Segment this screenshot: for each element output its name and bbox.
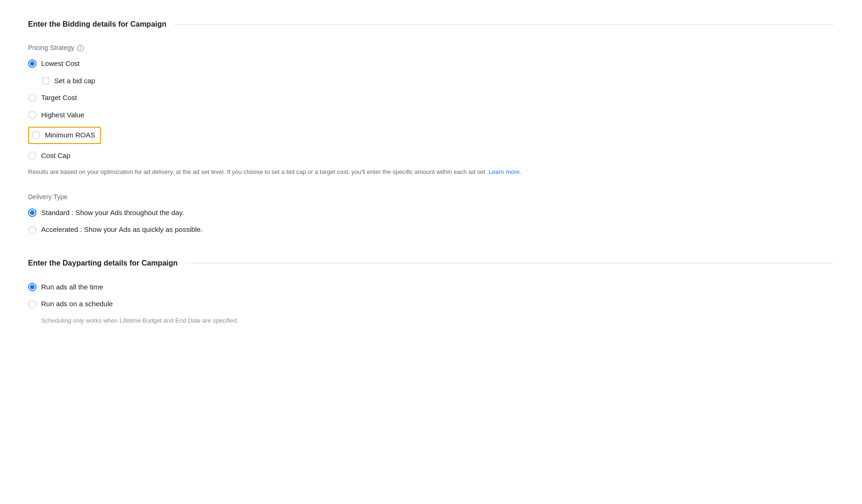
radio-run-schedule[interactable] [28,300,36,309]
dayparting-section-divider [185,263,834,263]
radio-label-accelerated: Accelerated : Show your Ads as quickly a… [41,224,202,235]
radio-label-cost-cap: Cost Cap [41,151,71,161]
learn-more-link[interactable]: Learn more. [488,168,521,175]
radio-highest-value[interactable] [28,111,36,119]
radio-standard[interactable] [28,209,36,217]
radio-option-run-all-time[interactable]: Run ads all the time [28,282,834,293]
radio-target-cost[interactable] [28,94,36,102]
pricing-strategy-label: Pricing Strategy i [28,43,834,53]
radio-cost-cap[interactable] [28,151,36,160]
dayparting-section-title: Enter the Dayparting details for Campaig… [28,258,178,269]
bidding-section-divider [174,24,834,25]
bidding-section-header: Enter the Bidding details for Campaign [28,19,834,30]
bidding-section-title: Enter the Bidding details for Campaign [28,19,166,30]
radio-option-standard[interactable]: Standard : Show your Ads throughout the … [28,208,834,218]
radio-lowest-cost[interactable] [28,59,36,68]
bid-cap-label: Set a bid cap [54,76,95,86]
pricing-strategy-info-icon[interactable]: i [77,45,84,51]
radio-option-minimum-roas[interactable]: Minimum ROAS [28,127,101,144]
radio-label-target-cost: Target Cost [41,93,77,103]
radio-option-lowest-cost[interactable]: Lowest Cost [28,58,834,69]
bid-cap-checkbox[interactable] [42,77,50,85]
radio-label-standard: Standard : Show your Ads throughout the … [41,208,184,218]
radio-option-run-schedule[interactable]: Run ads on a schedule [28,299,834,310]
pricing-strategy-description: Results are based on your optimization f… [28,167,542,177]
radio-run-all-time[interactable] [28,283,36,291]
radio-option-accelerated[interactable]: Accelerated : Show your Ads as quickly a… [28,224,834,235]
radio-option-target-cost[interactable]: Target Cost [28,93,834,103]
radio-label-highest-value: Highest Value [41,110,84,121]
radio-label-run-all-time: Run ads all the time [41,282,103,293]
dayparting-section-header: Enter the Dayparting details for Campaig… [28,258,834,269]
radio-option-minimum-roas-wrapper: Minimum ROAS [28,127,834,144]
radio-accelerated[interactable] [28,226,36,234]
radio-label-lowest-cost: Lowest Cost [41,58,80,69]
radio-label-run-schedule: Run ads on a schedule [41,299,113,310]
scheduling-note: Scheduling only works when Lifetime Budg… [41,316,834,325]
delivery-type-group: Delivery Type Standard : Show your Ads t… [28,192,834,235]
radio-option-highest-value[interactable]: Highest Value [28,110,834,121]
bid-cap-checkbox-option[interactable]: Set a bid cap [42,76,834,86]
pricing-strategy-group: Pricing Strategy i Lowest Cost Set a bid… [28,43,834,177]
delivery-type-label: Delivery Type [28,192,834,202]
dayparting-options-group: Run ads all the time Run ads on a schedu… [28,282,834,325]
radio-option-cost-cap[interactable]: Cost Cap [28,151,834,161]
radio-minimum-roas[interactable] [32,131,40,139]
radio-label-minimum-roas: Minimum ROAS [45,130,95,141]
